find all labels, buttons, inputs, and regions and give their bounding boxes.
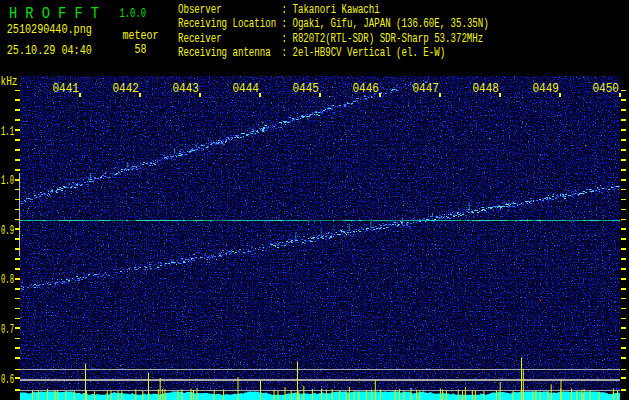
svg-text:H R O F F T: H R O F F T	[9, 5, 99, 23]
svg-text:meteor: meteor	[123, 28, 159, 43]
svg-text:Receiving antenna : 2el-HB9CV: Receiving antenna : 2el-HB9CV Vertical (…	[178, 46, 445, 60]
svg-text:0447: 0447	[413, 81, 440, 96]
svg-text:58: 58	[135, 42, 147, 57]
svg-text:0.9: 0.9	[1, 223, 14, 238]
svg-text:Receiving Location : Ogaki, Gi: Receiving Location : Ogaki, Gifu, JAPAN …	[178, 17, 489, 31]
svg-text:1.1: 1.1	[1, 124, 14, 139]
svg-text:0441: 0441	[53, 81, 80, 96]
svg-text:0444: 0444	[233, 81, 260, 96]
svg-text:0445: 0445	[293, 81, 320, 96]
svg-text:25.10.29 04:40: 25.10.29 04:40	[7, 43, 92, 58]
svg-text:0443: 0443	[173, 81, 200, 96]
svg-text:0.6: 0.6	[1, 372, 14, 387]
svg-text:1.0.0: 1.0.0	[120, 7, 147, 21]
svg-text:Receiver : R820T2(RT: Receiver : R820T2(RTL-SDR) SDR-Sharp 53.…	[178, 32, 483, 46]
svg-text:0.7: 0.7	[1, 322, 14, 337]
svg-text:kHz: kHz	[1, 75, 18, 89]
svg-text:0442: 0442	[113, 81, 140, 96]
svg-text:1.0: 1.0	[1, 173, 14, 188]
svg-text:Observer : Takanori: Observer : Takanori Kawachi	[178, 3, 380, 17]
svg-text:0446: 0446	[353, 81, 380, 96]
svg-text:0.8: 0.8	[1, 272, 14, 287]
svg-text:0449: 0449	[533, 81, 560, 96]
svg-text:0450: 0450	[593, 81, 620, 96]
svg-text:2510290440.png: 2510290440.png	[7, 22, 92, 37]
svg-text:0448: 0448	[473, 81, 500, 96]
